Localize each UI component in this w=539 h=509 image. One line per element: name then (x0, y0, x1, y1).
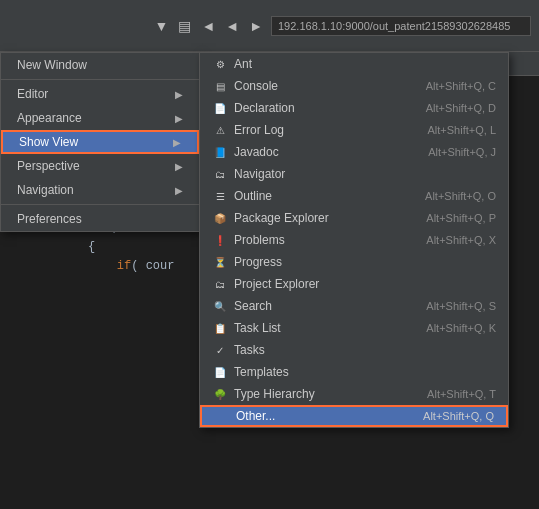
javadoc-icon: 📘 (212, 144, 228, 160)
package-explorer-icon: 📦 (212, 210, 228, 226)
submenu-item-console[interactable]: ▤ Console Alt+Shift+Q, C (200, 75, 508, 97)
submenu-item-templates[interactable]: 📄 Templates (200, 361, 508, 383)
dropdown-item-show-view[interactable]: Show View ▶ (1, 130, 199, 154)
shortcut-task-list: Alt+Shift+Q, K (426, 322, 496, 334)
submenu-item-javadoc[interactable]: 📘 Javadoc Alt+Shift+Q, J (200, 141, 508, 163)
tasks-icon: ✓ (212, 342, 228, 358)
dropdown-item-preferences[interactable]: Preferences (1, 207, 199, 231)
console-icon: ▤ (212, 78, 228, 94)
task-list-icon: 📋 (212, 320, 228, 336)
submenu-item-errorlog[interactable]: ⚠ Error Log Alt+Shift+Q, L (200, 119, 508, 141)
submenu-item-search[interactable]: 🔍 Search Alt+Shift+Q, S (200, 295, 508, 317)
shortcut-search: Alt+Shift+Q, S (426, 300, 496, 312)
shortcut-errorlog: Alt+Shift+Q, L (428, 124, 496, 136)
submenu-item-package-explorer[interactable]: 📦 Package Explorer Alt+Shift+Q, P (200, 207, 508, 229)
nav-icon-4[interactable]: ► (245, 16, 267, 36)
submenu-item-declaration[interactable]: 📄 Declaration Alt+Shift+Q, D (200, 97, 508, 119)
shortcut-other: Alt+Shift+Q, Q (423, 410, 494, 422)
shortcut-javadoc: Alt+Shift+Q, J (428, 146, 496, 158)
arrow-icon: ▶ (175, 89, 183, 100)
showview-submenu: ⚙ Ant ▤ Console Alt+Shift+Q, C 📄 Declara… (199, 52, 509, 428)
shortcut-console: Alt+Shift+Q, C (426, 80, 496, 92)
submenu-item-task-list[interactable]: 📋 Task List Alt+Shift+Q, K (200, 317, 508, 339)
separator (1, 204, 199, 205)
arrow-icon: ▶ (175, 113, 183, 124)
arrow-icon: ▶ (175, 185, 183, 196)
shortcut-package-explorer: Alt+Shift+Q, P (426, 212, 496, 224)
arrow-icon: ▶ (173, 137, 181, 148)
progress-icon: ⏳ (212, 254, 228, 270)
arrow-icon: ▶ (175, 161, 183, 172)
other-icon (214, 408, 230, 424)
nav-icon-1[interactable]: ▤ (174, 16, 195, 36)
shortcut-declaration: Alt+Shift+Q, D (426, 102, 496, 114)
shortcut-outline: Alt+Shift+Q, O (425, 190, 496, 202)
problems-icon: ❗ (212, 232, 228, 248)
type-hierarchy-icon: 🌳 (212, 386, 228, 402)
project-explorer-icon: 🗂 (212, 276, 228, 292)
submenu-item-navigator[interactable]: 🗂 Navigator (200, 163, 508, 185)
submenu-item-progress[interactable]: ⏳ Progress (200, 251, 508, 273)
dropdown-item-new-window[interactable]: New Window (1, 53, 199, 77)
submenu-item-problems[interactable]: ❗ Problems Alt+Shift+Q, X (200, 229, 508, 251)
url-bar: 192.168.1.10:9000/out_patent215893026284… (271, 16, 531, 36)
toolbar: ▼ ▤ ◄ ◄ ► 192.168.1.10:9000/out_patent21… (0, 0, 539, 52)
nav-icon-2[interactable]: ◄ (197, 16, 219, 36)
outline-icon: ☰ (212, 188, 228, 204)
shortcut-type-hierarchy: Alt+Shift+Q, T (427, 388, 496, 400)
submenu-item-type-hierarchy[interactable]: 🌳 Type Hierarchy Alt+Shift+Q, T (200, 383, 508, 405)
dropdown-item-editor[interactable]: Editor ▶ (1, 82, 199, 106)
back-icon[interactable]: ▼ (151, 16, 173, 36)
nav-icon-3[interactable]: ◄ (221, 16, 243, 36)
submenu-item-tasks[interactable]: ✓ Tasks (200, 339, 508, 361)
separator (1, 79, 199, 80)
dropdown-item-perspective[interactable]: Perspective ▶ (1, 154, 199, 178)
submenu-item-outline[interactable]: ☰ Outline Alt+Shift+Q, O (200, 185, 508, 207)
submenu-item-project-explorer[interactable]: 🗂 Project Explorer (200, 273, 508, 295)
shortcut-problems: Alt+Shift+Q, X (426, 234, 496, 246)
submenu-item-ant[interactable]: ⚙ Ant (200, 53, 508, 75)
errorlog-icon: ⚠ (212, 122, 228, 138)
declaration-icon: 📄 (212, 100, 228, 116)
ant-icon: ⚙ (212, 56, 228, 72)
dropdown-item-appearance[interactable]: Appearance ▶ (1, 106, 199, 130)
search-icon: 🔍 (212, 298, 228, 314)
submenu-item-other[interactable]: Other... Alt+Shift+Q, Q (200, 405, 508, 427)
dropdown-item-navigation[interactable]: Navigation ▶ (1, 178, 199, 202)
navigator-icon: 🗂 (212, 166, 228, 182)
editor-background: ▼ ▤ ◄ ◄ ► 192.168.1.10:9000/out_patent21… (0, 0, 539, 509)
window-dropdown: New Window Editor ▶ Appearance ▶ Show Vi… (0, 52, 200, 232)
templates-icon: 📄 (212, 364, 228, 380)
toolbar-icons: ▼ ▤ ◄ ◄ ► (151, 16, 267, 36)
